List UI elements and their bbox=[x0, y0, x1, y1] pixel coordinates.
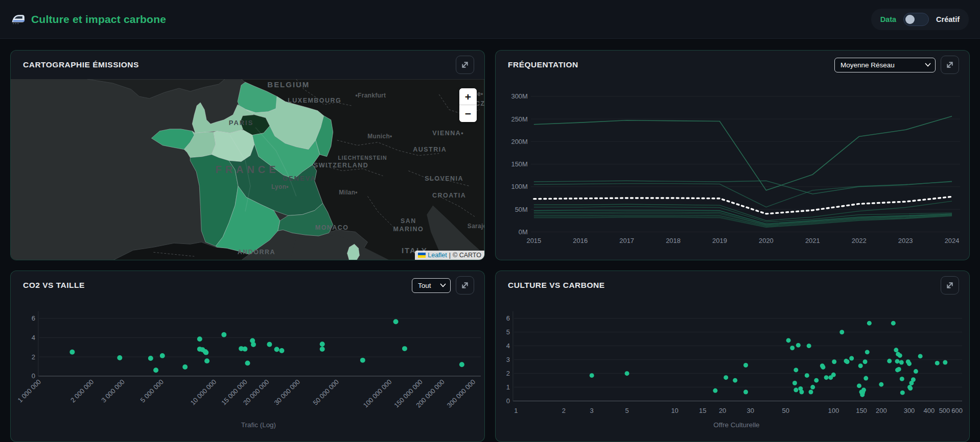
mode-switch[interactable] bbox=[903, 13, 929, 26]
map-label: Lyon• bbox=[271, 183, 289, 190]
svg-text:100: 100 bbox=[828, 407, 839, 414]
culture-scatter-chart[interactable]: 0123456123510152030501001502003004005006… bbox=[496, 300, 969, 441]
svg-text:250M: 250M bbox=[511, 115, 527, 123]
svg-text:100 000 000: 100 000 000 bbox=[362, 378, 393, 409]
leaflet-link[interactable]: Leaflet bbox=[428, 252, 447, 259]
svg-text:2024: 2024 bbox=[945, 237, 960, 244]
svg-text:2020: 2020 bbox=[759, 237, 774, 244]
svg-text:2018: 2018 bbox=[666, 237, 681, 244]
svg-text:2: 2 bbox=[32, 353, 35, 361]
map-label: GENEVA bbox=[283, 175, 316, 182]
svg-text:2017: 2017 bbox=[619, 237, 634, 244]
svg-text:300: 300 bbox=[904, 407, 915, 414]
svg-text:5: 5 bbox=[625, 407, 628, 414]
map-label: BELGIUM bbox=[267, 80, 310, 89]
panel-culture-title: CULTURE VS CARBONE bbox=[508, 281, 605, 290]
expand-button[interactable] bbox=[456, 56, 474, 74]
mode-toggle: Data Créatif bbox=[871, 9, 969, 30]
svg-text:2: 2 bbox=[506, 370, 510, 377]
switch-knob bbox=[905, 15, 915, 24]
svg-text:2022: 2022 bbox=[852, 237, 867, 244]
panel-co2-vs-taille: CO2 VS TAILLE Tout bbox=[10, 271, 485, 442]
panel-frequentation-header: FRÉQUENTATION Moyenne Réseau bbox=[496, 51, 969, 79]
svg-text:Trafic (Log): Trafic (Log) bbox=[241, 421, 276, 429]
carto-credit: © CARTO bbox=[453, 252, 481, 259]
svg-text:10: 10 bbox=[671, 407, 678, 414]
map-label: AUSTRIA bbox=[413, 146, 447, 153]
svg-text:30: 30 bbox=[747, 407, 754, 414]
zoom-out-button[interactable]: − bbox=[459, 105, 477, 122]
expand-button[interactable] bbox=[456, 276, 474, 294]
leaflet-map[interactable]: BELGIUMLUXEMBOURG•FrankfurtPrague•CZECHI… bbox=[11, 79, 484, 260]
svg-text:3: 3 bbox=[506, 356, 510, 363]
station-select[interactable]: Moyenne Réseau bbox=[834, 58, 936, 72]
svg-text:2023: 2023 bbox=[898, 237, 913, 244]
map-label: MONACO bbox=[315, 224, 349, 231]
map-label: Milan• bbox=[339, 189, 358, 197]
map-label: PARIS bbox=[229, 119, 254, 127]
expand-icon bbox=[941, 56, 959, 74]
panel-co2-title: CO2 VS TAILLE bbox=[23, 281, 85, 290]
map-label: LUXEMBOURG bbox=[288, 97, 341, 104]
page-title: Culture et impact carbone bbox=[31, 13, 166, 26]
france-choropleth[interactable]: BELGIUMLUXEMBOURG•FrankfurtPrague•CZECHI… bbox=[11, 79, 484, 260]
svg-text:300M: 300M bbox=[511, 92, 527, 100]
map-label: ANDORRA bbox=[238, 249, 275, 256]
panel-co2-header: CO2 VS TAILLE Tout bbox=[11, 271, 484, 300]
map-label: Sarajevo bbox=[468, 223, 484, 230]
svg-text:500: 500 bbox=[939, 407, 950, 414]
toggle-label-data[interactable]: Data bbox=[880, 15, 896, 23]
map-label: •Frankfurt bbox=[356, 92, 386, 99]
map-label: LIECHTENSTEIN bbox=[338, 155, 387, 161]
train-icon bbox=[11, 12, 25, 26]
app-header: Culture et impact carbone Data Créatif bbox=[0, 0, 980, 39]
expand-button[interactable] bbox=[941, 56, 959, 74]
expand-icon bbox=[941, 276, 959, 294]
map-label: CROATIA bbox=[432, 192, 466, 199]
svg-text:6: 6 bbox=[32, 314, 35, 322]
filter-select[interactable]: Tout bbox=[412, 278, 451, 293]
panel-frequentation: FRÉQUENTATION Moyenne Réseau bbox=[495, 50, 970, 260]
svg-text:2021: 2021 bbox=[805, 237, 820, 244]
toggle-label-creatif[interactable]: Créatif bbox=[936, 15, 960, 23]
svg-text:50 000 000: 50 000 000 bbox=[312, 378, 340, 406]
panel-cartographie-header: CARTOGRAPHIE ÉMISSIONS bbox=[11, 51, 484, 79]
svg-text:400: 400 bbox=[924, 407, 935, 414]
filter-select-wrap: Tout bbox=[412, 278, 451, 293]
svg-text:1: 1 bbox=[514, 407, 518, 414]
svg-text:4: 4 bbox=[506, 342, 510, 350]
svg-text:6: 6 bbox=[506, 314, 510, 322]
map-label: FRANCE bbox=[216, 164, 279, 175]
svg-text:30 000 000: 30 000 000 bbox=[272, 378, 301, 406]
map-label: VIENNA• bbox=[432, 130, 464, 137]
svg-text:1 000 000: 1 000 000 bbox=[16, 378, 42, 404]
svg-text:2: 2 bbox=[562, 407, 566, 414]
station-select-wrap: Moyenne Réseau bbox=[834, 58, 936, 72]
map-label: Munich• bbox=[367, 133, 392, 140]
expand-button[interactable] bbox=[941, 276, 959, 294]
frequentation-line-chart[interactable]: 0M50M100M150M200M250M300M201520162017201… bbox=[496, 79, 969, 260]
svg-text:2016: 2016 bbox=[573, 237, 588, 244]
ukraine-flag-icon bbox=[418, 253, 426, 258]
svg-text:200M: 200M bbox=[511, 138, 527, 145]
svg-text:50M: 50M bbox=[515, 206, 528, 213]
svg-text:0: 0 bbox=[32, 372, 35, 380]
svg-text:150: 150 bbox=[856, 407, 867, 414]
co2-scatter-chart[interactable]: 02461 000 0002 000 0003 000 0005 000 000… bbox=[11, 300, 484, 441]
svg-text:2019: 2019 bbox=[712, 237, 727, 244]
map-label: SWITZERLAND bbox=[314, 162, 368, 169]
zoom-in-button[interactable]: + bbox=[459, 88, 477, 105]
svg-text:2 000 000: 2 000 000 bbox=[69, 378, 95, 404]
map-attribution: Leaflet | © CARTO bbox=[415, 251, 484, 260]
svg-text:0M: 0M bbox=[519, 228, 528, 236]
svg-text:150M: 150M bbox=[511, 160, 527, 168]
map-label: SAN bbox=[401, 217, 416, 225]
svg-text:5 000 000: 5 000 000 bbox=[138, 378, 165, 404]
expand-icon bbox=[456, 276, 474, 294]
svg-text:5: 5 bbox=[506, 328, 510, 336]
panel-cartographie-title: CARTOGRAPHIE ÉMISSIONS bbox=[23, 60, 139, 69]
svg-text:200: 200 bbox=[876, 407, 887, 414]
brand: Culture et impact carbone bbox=[11, 12, 166, 26]
svg-text:15: 15 bbox=[699, 407, 706, 414]
svg-text:3 000 000: 3 000 000 bbox=[100, 378, 126, 404]
